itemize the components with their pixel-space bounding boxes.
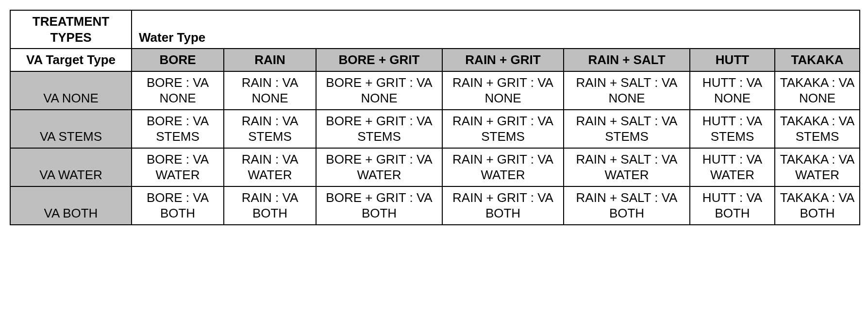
col-header: RAIN + GRIT	[442, 49, 564, 71]
table-cell: HUTT : VA BOTH	[690, 186, 775, 225]
row-label: VA WATER	[10, 148, 132, 186]
table-cell: RAIN + SALT : VA STEMS	[564, 110, 690, 148]
col-header: BORE + GRIT	[316, 49, 442, 71]
table-cell: BORE : VA STEMS	[132, 110, 224, 148]
table-cell: RAIN + SALT : VA WATER	[564, 148, 690, 186]
table-cell: BORE + GRIT : VA WATER	[316, 148, 442, 186]
table-cell: RAIN : VA STEMS	[224, 110, 316, 148]
col-header: TAKAKA	[775, 49, 860, 71]
table-cell: TAKAKA : VA NONE	[775, 71, 860, 110]
table-cell: HUTT : VA STEMS	[690, 110, 775, 148]
table-cell: TAKAKA : VA STEMS	[775, 110, 860, 148]
table-cell: BORE : VA BOTH	[132, 186, 224, 225]
table-cell: RAIN + GRIT : VA NONE	[442, 71, 564, 110]
table-cell: BORE : VA NONE	[132, 71, 224, 110]
table-cell: BORE + GRIT : VA BOTH	[316, 186, 442, 225]
table-cell: BORE + GRIT : VA STEMS	[316, 110, 442, 148]
col-header: RAIN + SALT	[564, 49, 690, 71]
table-cell: RAIN + GRIT : VA WATER	[442, 148, 564, 186]
table-cell: RAIN + SALT : VA NONE	[564, 71, 690, 110]
table-cell: TAKAKA : VA BOTH	[775, 186, 860, 225]
col-header: HUTT	[690, 49, 775, 71]
col-header: RAIN	[224, 49, 316, 71]
table-cell: RAIN : VA WATER	[224, 148, 316, 186]
column-axis-label: Water Type	[132, 10, 860, 49]
table-cell: RAIN : VA NONE	[224, 71, 316, 110]
table-cell: BORE + GRIT : VA NONE	[316, 71, 442, 110]
row-label: VA STEMS	[10, 110, 132, 148]
row-label: VA BOTH	[10, 186, 132, 225]
corner-title: TREATMENT TYPES	[10, 10, 132, 49]
table-cell: RAIN : VA BOTH	[224, 186, 316, 225]
table-cell: TAKAKA : VA WATER	[775, 148, 860, 186]
table-cell: RAIN + GRIT : VA STEMS	[442, 110, 564, 148]
table-cell: BORE : VA WATER	[132, 148, 224, 186]
table-cell: HUTT : VA WATER	[690, 148, 775, 186]
table-cell: RAIN + SALT : VA BOTH	[564, 186, 690, 225]
table-cell: RAIN + GRIT : VA BOTH	[442, 186, 564, 225]
table-cell: HUTT : VA NONE	[690, 71, 775, 110]
row-label: VA NONE	[10, 71, 132, 110]
col-header: BORE	[132, 49, 224, 71]
row-axis-label: VA Target Type	[10, 49, 132, 71]
treatment-types-table: TREATMENT TYPES Water Type VA Target Typ…	[10, 10, 860, 225]
